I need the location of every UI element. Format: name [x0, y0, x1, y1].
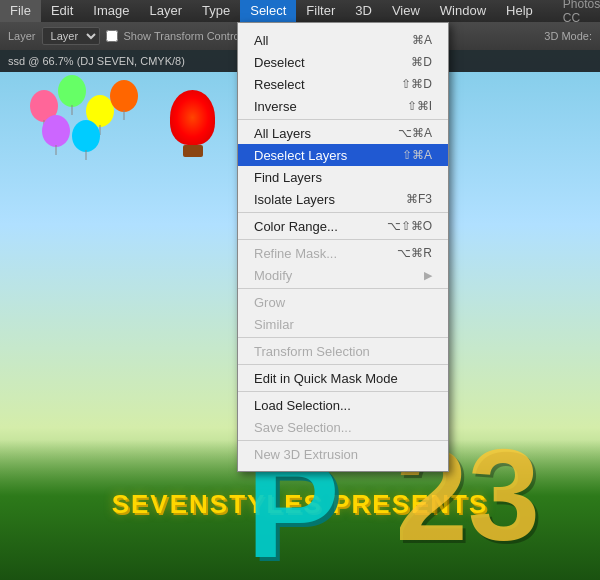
menu-section-5: Grow Similar — [238, 289, 448, 338]
hot-air-balloon — [170, 90, 215, 145]
menu-refine-mask: Refine Mask... ⌥⌘R — [238, 242, 448, 264]
menu-window[interactable]: Window — [430, 0, 496, 22]
menu-section-4: Refine Mask... ⌥⌘R Modify ▶ — [238, 240, 448, 289]
menu-similar: Similar — [238, 313, 448, 335]
menu-type[interactable]: Type — [192, 0, 240, 22]
layer-select[interactable]: Layer — [42, 27, 100, 45]
menu-bar: File Edit Image Layer Type Select Filter… — [0, 0, 600, 22]
3d-mode-label: 3D Mode: — [544, 30, 592, 42]
menu-section-8: Load Selection... Save Selection... — [238, 392, 448, 441]
menu-new-3d-extrusion: New 3D Extrusion — [238, 443, 448, 465]
menu-layer[interactable]: Layer — [140, 0, 193, 22]
layer-label: Layer — [8, 30, 36, 42]
menu-inverse[interactable]: Inverse ⇧⌘I — [238, 95, 448, 117]
menu-color-range[interactable]: Color Range... ⌥⇧⌘O — [238, 215, 448, 237]
menu-section-3: Color Range... ⌥⇧⌘O — [238, 213, 448, 240]
menu-image[interactable]: Image — [83, 0, 139, 22]
menu-deselect[interactable]: Deselect ⌘D — [238, 51, 448, 73]
menu-save-selection: Save Selection... — [238, 416, 448, 438]
breadcrumb-text: ssd @ 66.7% (DJ SEVEN, CMYK/8) — [8, 55, 185, 67]
show-transform-checkbox[interactable] — [106, 30, 118, 42]
menu-select[interactable]: Select — [240, 0, 296, 22]
menu-reselect[interactable]: Reselect ⇧⌘D — [238, 73, 448, 95]
menu-edit[interactable]: Edit — [41, 0, 83, 22]
menu-section-7: Edit in Quick Mask Mode — [238, 365, 448, 392]
menu-transform-selection: Transform Selection — [238, 340, 448, 362]
menu-isolate-layers[interactable]: Isolate Layers ⌘F3 — [238, 188, 448, 210]
menu-view[interactable]: View — [382, 0, 430, 22]
menu-grow: Grow — [238, 291, 448, 313]
menu-quick-mask[interactable]: Edit in Quick Mask Mode — [238, 367, 448, 389]
menu-all-layers[interactable]: All Layers ⌥⌘A — [238, 122, 448, 144]
select-dropdown: All ⌘A Deselect ⌘D Reselect ⇧⌘D Inverse … — [237, 22, 449, 472]
menu-file[interactable]: File — [0, 0, 41, 22]
menu-modify: Modify ▶ — [238, 264, 448, 286]
menu-find-layers[interactable]: Find Layers — [238, 166, 448, 188]
menu-help[interactable]: Help — [496, 0, 543, 22]
menu-section-6: Transform Selection — [238, 338, 448, 365]
menu-section-9: New 3D Extrusion — [238, 441, 448, 467]
menu-all[interactable]: All ⌘A — [238, 29, 448, 51]
menu-section-2: All Layers ⌥⌘A Deselect Layers ⇧⌘A Find … — [238, 120, 448, 213]
menu-section-1: All ⌘A Deselect ⌘D Reselect ⇧⌘D Inverse … — [238, 27, 448, 120]
menu-filter[interactable]: Filter — [296, 0, 345, 22]
menu-load-selection[interactable]: Load Selection... — [238, 394, 448, 416]
show-transform-label: Show Transform Controls — [124, 30, 248, 42]
menu-3d[interactable]: 3D — [345, 0, 382, 22]
menu-deselect-layers[interactable]: Deselect Layers ⇧⌘A — [238, 144, 448, 166]
